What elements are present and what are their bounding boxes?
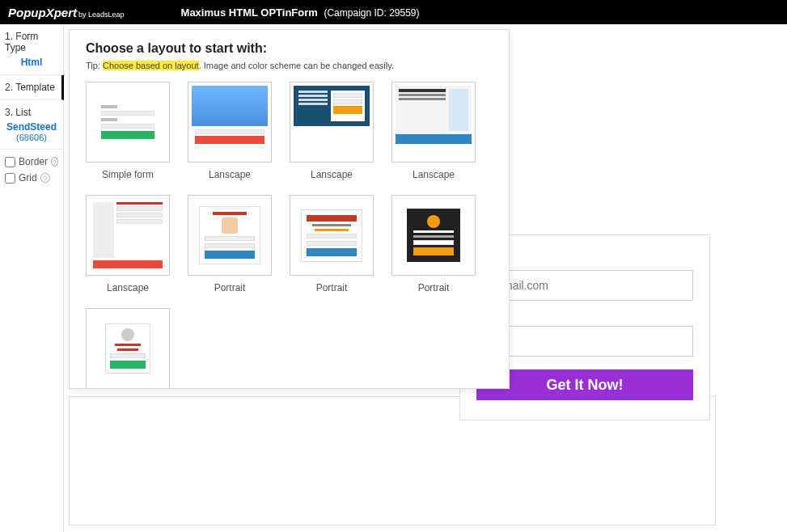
tip-highlight: Choose based on layout <box>103 61 199 70</box>
sidebar-item-label: 3. List <box>5 107 58 118</box>
template-thumb <box>86 82 170 163</box>
help-icon[interactable]: ? <box>40 173 50 183</box>
template-label: Portrait <box>391 282 476 293</box>
sidebar-options: Border ? Grid ? <box>0 150 63 195</box>
sidebar-item-sub2: (68606) <box>5 133 58 142</box>
option-border[interactable]: Border ? <box>5 156 58 167</box>
title-text: Maximus HTML OPTinForm <box>181 6 318 19</box>
template-portrait-2[interactable]: Portrait <box>290 195 374 293</box>
template-chooser: Choose a layout to start with: Tip: Choo… <box>69 29 510 389</box>
option-grid[interactable]: Grid ? <box>5 172 58 184</box>
tip-suffix: . Image and color scheme can be changed … <box>199 61 394 70</box>
tip-prefix: Tip: <box>86 61 103 70</box>
template-thumb <box>188 195 272 276</box>
template-label: Portrait <box>290 282 374 293</box>
brand-sub: by LeadsLeap <box>78 11 125 19</box>
template-portrait-4[interactable] <box>86 308 170 388</box>
option-label: Grid <box>19 172 37 184</box>
template-landscape-1[interactable]: Lanscape <box>188 82 272 180</box>
chooser-heading: Choose a layout to start with: <box>86 41 493 56</box>
template-thumb <box>290 195 374 276</box>
sidebar-item-template[interactable]: 2. Template <box>0 75 64 100</box>
sidebar-item-label: 1. Form Type <box>5 31 58 53</box>
option-label: Border <box>19 156 48 167</box>
template-thumb <box>86 195 170 276</box>
template-grid: Simple form Lanscape L <box>86 82 493 388</box>
template-label: Portrait <box>188 282 272 293</box>
template-landscape-4[interactable]: Lanscape <box>86 195 170 293</box>
template-label: Lanscape <box>290 169 374 180</box>
chooser-tip: Tip: Choose based on layout. Image and c… <box>86 61 493 70</box>
template-label: Lanscape <box>188 169 272 180</box>
template-landscape-2[interactable]: Lanscape <box>290 82 374 180</box>
template-label: Simple form <box>86 169 170 180</box>
campaign-id: (Campaign ID: 29559) <box>324 7 419 19</box>
sidebar-item-label: 2. Template <box>5 82 57 93</box>
template-thumb <box>391 195 476 276</box>
template-simple-form[interactable]: Simple form <box>86 82 170 180</box>
grid-checkbox[interactable] <box>5 173 15 184</box>
brand: PopupXpert <box>8 6 77 19</box>
chooser-scroll[interactable]: Choose a layout to start with: Tip: Choo… <box>70 30 509 388</box>
border-checkbox[interactable] <box>5 157 15 167</box>
template-thumb <box>290 82 374 163</box>
sidebar-item-form-type[interactable]: 1. Form Type Html <box>0 24 63 75</box>
sidebar-item-sub: Html <box>5 57 58 68</box>
template-thumb <box>391 82 476 163</box>
page-title: Maximus HTML OPTinForm (Campaign ID: 295… <box>181 6 420 19</box>
template-portrait-1[interactable]: Portrait <box>188 195 272 293</box>
sidebar: 1. Form Type Html 2. Template 3. List Se… <box>0 24 64 532</box>
template-label: Lanscape <box>86 282 170 293</box>
template-portrait-3[interactable]: Portrait <box>391 195 476 293</box>
sidebar-item-sub: SendSteed <box>5 121 58 133</box>
template-landscape-3[interactable]: Lanscape <box>391 82 476 180</box>
sidebar-item-list[interactable]: 3. List SendSteed (68606) <box>0 100 63 150</box>
help-icon[interactable]: ? <box>51 157 58 167</box>
topbar: PopupXpert by LeadsLeap Maximus HTML OPT… <box>0 0 787 24</box>
template-thumb <box>188 82 272 163</box>
template-label: Lanscape <box>391 169 476 180</box>
template-thumb <box>86 308 170 388</box>
